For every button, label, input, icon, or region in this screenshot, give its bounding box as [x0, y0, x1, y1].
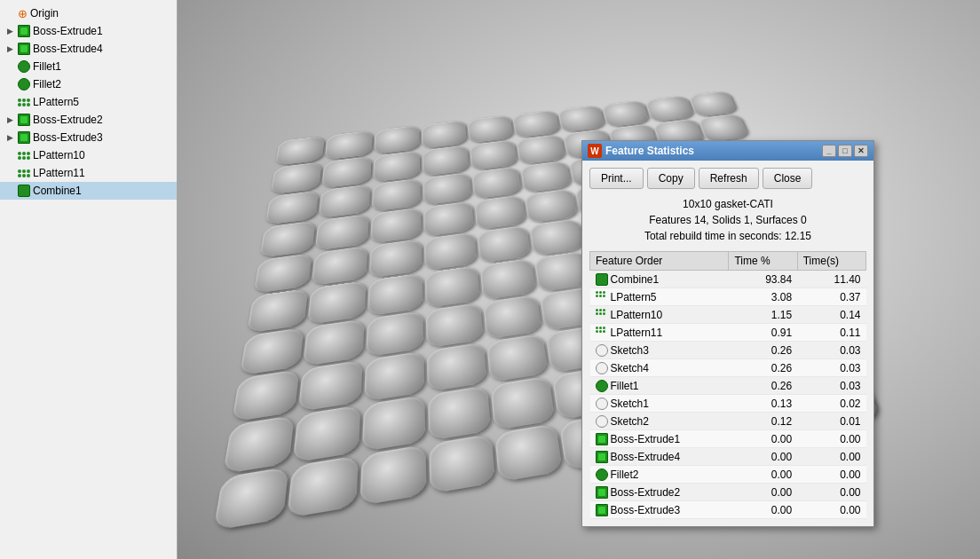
minimize-button[interactable]: _	[822, 145, 836, 157]
time-pct-cell: 3.08	[729, 288, 797, 306]
time-pct-cell: 93.84	[729, 271, 797, 288]
dialog-window-controls: _ □ ✕	[822, 145, 868, 157]
refresh-button[interactable]: Refresh	[699, 168, 759, 189]
time-s-cell: 0.00	[797, 466, 865, 484]
gasket-cell	[427, 342, 487, 392]
gasket-cell	[423, 172, 471, 205]
tree-item-lpattern5[interactable]: LPattern5	[0, 93, 177, 111]
boss-extrude-icon	[18, 114, 33, 127]
table-row: Fillet10.260.03	[590, 377, 866, 395]
tree-item-lpattern10[interactable]: LPattern10	[0, 146, 177, 164]
time-pct-cell: 1.15	[729, 306, 797, 324]
table-row: Sketch40.260.03	[590, 359, 866, 377]
restore-button[interactable]: □	[838, 145, 852, 157]
dialog-titlebar: W Feature Statistics _ □ ✕	[582, 141, 873, 161]
feature-name-cell: Combine1	[590, 271, 729, 288]
gasket-cell	[422, 120, 467, 148]
gasket-cell	[247, 288, 308, 333]
tree-item-boss-extrude2[interactable]: ▶Boss-Extrude2	[0, 111, 177, 129]
feature-name-cell: Fillet2	[590, 466, 729, 484]
gasket-cell	[601, 100, 650, 128]
time-pct-cell: 0.00	[729, 430, 797, 448]
tree-item-combine1[interactable]: Combine1	[0, 182, 177, 200]
feature-label: Boss-Extrude1	[611, 433, 681, 445]
dialog-app-icon: W	[588, 144, 602, 158]
feature-label: Fillet2	[611, 468, 639, 481]
gasket-cell	[319, 184, 370, 218]
gasket-cell	[368, 240, 422, 279]
gasket-cell	[275, 136, 325, 166]
feature-statistics-dialog: W Feature Statistics _ □ ✕ Print... Copy…	[581, 140, 874, 527]
feature-label: LPattern5	[611, 291, 657, 303]
table-row: Sketch10.130.02	[590, 395, 866, 413]
close-window-button[interactable]: ✕	[854, 145, 868, 157]
feature-label: Sketch4	[611, 362, 649, 374]
table-row: Boss-Extrude10.000.00	[590, 430, 866, 448]
close-button[interactable]: Close	[763, 168, 813, 189]
gasket-cell	[370, 208, 422, 244]
info-line1: 10x10 gasket-CATI	[589, 196, 866, 212]
gasket-cell	[474, 195, 526, 231]
feature-label: Boss-Extrude4	[611, 451, 681, 463]
feature-label: LPattern11	[611, 327, 663, 339]
time-s-cell: 11.40	[797, 271, 865, 288]
feature-label: Sketch3	[611, 344, 649, 357]
feature-label: Sketch2	[611, 415, 649, 428]
table-row: Boss-Extrude20.000.00	[590, 484, 866, 501]
table-row: Boss-Extrude30.000.00	[590, 501, 866, 519]
gasket-cell	[520, 161, 572, 193]
tree-item-label: Fillet2	[33, 78, 61, 91]
feature-label: Sketch1	[611, 398, 649, 410]
col-header-time-s: Time(s)	[797, 252, 865, 271]
origin-icon: ⊕	[18, 7, 30, 20]
gasket-cell	[697, 114, 749, 142]
feature-name-cell: Fillet1	[590, 377, 729, 395]
tree-item-boss-extrude3[interactable]: ▶Boss-Extrude3	[0, 129, 177, 146]
table-row: Combine193.8411.40	[590, 271, 866, 288]
gasket-cell	[512, 110, 559, 138]
time-s-cell: 0.00	[797, 430, 865, 448]
tree-item-boss-extrude4[interactable]: ▶Boss-Extrude4	[0, 40, 177, 58]
gasket-cell	[307, 281, 366, 325]
dialog-body: Print... Copy Refresh Close 10x10 gasket…	[582, 161, 873, 526]
tree-item-origin[interactable]: ⊕Origin	[0, 4, 177, 22]
time-pct-cell: 0.26	[729, 342, 797, 359]
table-row: Sketch30.260.03	[590, 342, 866, 359]
feature-name-cell: Boss-Extrude4	[590, 448, 729, 466]
gasket-cell	[325, 130, 373, 160]
fillet-icon	[18, 60, 33, 74]
time-pct-cell: 0.00	[729, 484, 797, 501]
tree-item-boss-extrude1[interactable]: ▶Boss-Extrude1	[0, 22, 177, 40]
gasket-cell	[644, 96, 694, 122]
time-s-cell: 0.03	[797, 342, 865, 359]
time-pct-cell: 0.12	[729, 413, 797, 430]
gasket-cell	[322, 156, 372, 188]
tree-item-lpattern11[interactable]: LPattern11	[0, 164, 177, 182]
feature-name-cell: Boss-Extrude1	[590, 430, 729, 448]
expand-arrow: ▶	[7, 44, 16, 53]
table-row: Boss-Extrude40.000.00	[590, 448, 866, 466]
gasket-cell	[254, 253, 312, 294]
info-line3: Total rebuild time in seconds: 12.15	[589, 228, 866, 244]
combine-icon	[18, 185, 33, 198]
info-line2: Features 14, Solids 1, Surfaces 0	[589, 212, 866, 228]
gasket-cell	[517, 135, 565, 165]
gasket-cell	[288, 455, 359, 518]
tree-item-label: Fillet1	[33, 60, 61, 73]
gasket-cell	[360, 445, 427, 507]
print-button[interactable]: Print...	[589, 168, 644, 189]
table-row: LPattern110.910.11	[590, 324, 866, 342]
tree-item-fillet1[interactable]: Fillet1	[0, 58, 177, 75]
feature-name-cell: Boss-Extrude2	[590, 484, 729, 501]
gasket-cell	[423, 201, 475, 237]
gasket-cell	[368, 273, 423, 316]
feature-name-cell: Sketch2	[590, 413, 729, 430]
copy-button[interactable]: Copy	[647, 168, 695, 189]
tree-item-fillet2[interactable]: Fillet2	[0, 75, 177, 93]
feature-label: Boss-Extrude3	[611, 504, 681, 516]
gasket-cell	[491, 376, 556, 430]
gasket-cell	[259, 221, 315, 258]
tree-item-label: Boss-Extrude4	[33, 43, 103, 55]
gasket-cell	[303, 319, 364, 366]
feature-name-cell: Sketch4	[590, 359, 729, 377]
